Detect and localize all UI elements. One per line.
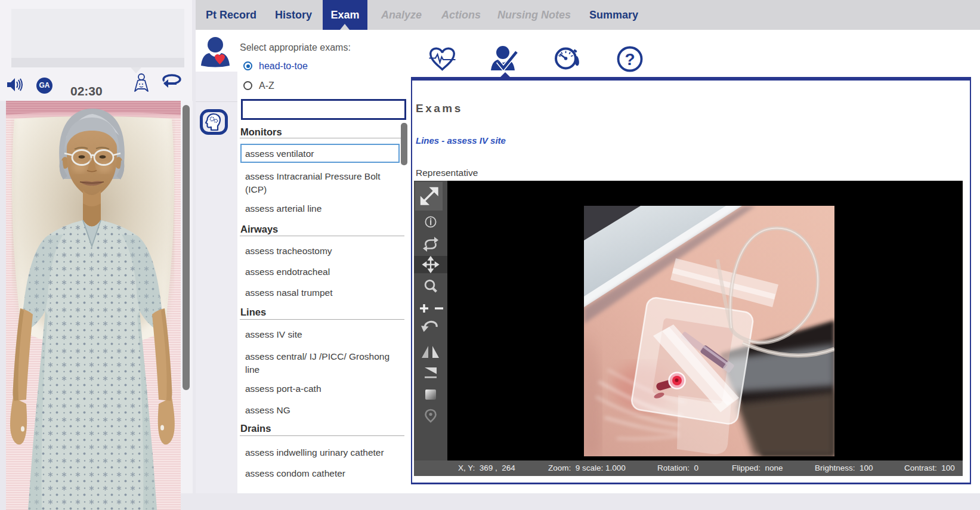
svg-text:?: ? bbox=[625, 50, 635, 69]
